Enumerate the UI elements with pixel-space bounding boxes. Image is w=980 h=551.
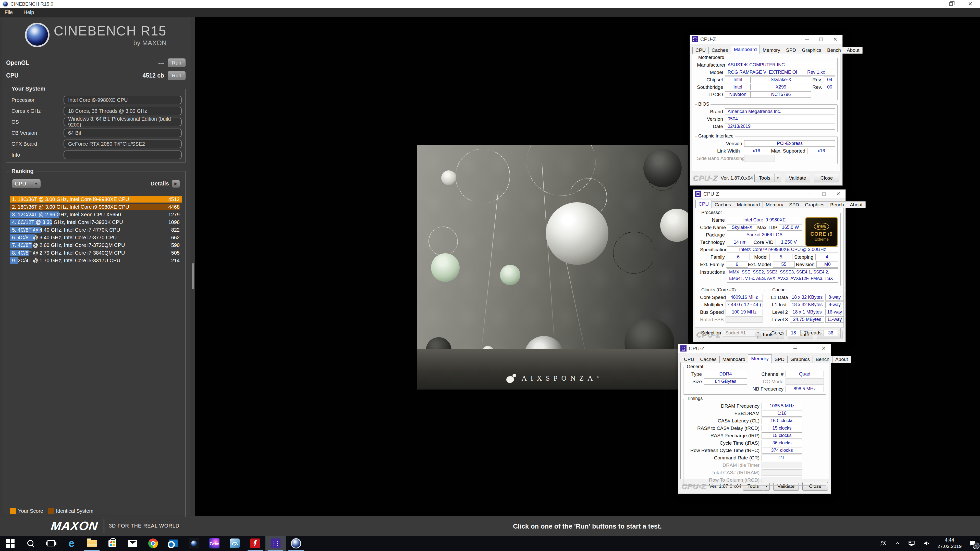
- close-window-button[interactable]: Close: [814, 174, 839, 183]
- validate-button[interactable]: Validate: [785, 174, 810, 183]
- opengl-run-button[interactable]: Run: [168, 59, 186, 67]
- tab-about[interactable]: About: [844, 47, 862, 54]
- ranking-scrollbar[interactable]: [192, 263, 194, 289]
- tab-caches[interactable]: Caches: [711, 201, 734, 208]
- tab-mainboard[interactable]: Mainboard: [719, 356, 749, 363]
- taskbar-clock[interactable]: 4:44 27.03.2019: [937, 537, 962, 549]
- ranking-row[interactable]: 2. 18C/36T @ 3.00 GHz, Intel Core i9-998…: [10, 204, 182, 210]
- tools-button[interactable]: Tools: [754, 174, 775, 183]
- tab-caches[interactable]: Caches: [697, 356, 719, 363]
- tab-graphics[interactable]: Graphics: [799, 47, 824, 54]
- southbridge-field: X299: [751, 84, 811, 90]
- cpuz-titlebar: CPU-Z ✕: [690, 35, 842, 44]
- ranking-row[interactable]: 1. 18C/36T @ 3.00 GHz, Intel Core i9-998…: [10, 196, 182, 203]
- tab-spd[interactable]: SPD: [772, 356, 788, 363]
- tab-graphics[interactable]: Graphics: [802, 201, 827, 208]
- tab-mainboard[interactable]: Mainboard: [734, 201, 763, 208]
- action-center-button[interactable]: 3: [969, 540, 977, 547]
- tab-cpu[interactable]: CPU: [692, 47, 709, 54]
- cas-latency-field: 15.0 clocks: [762, 418, 802, 424]
- close-button[interactable]: ✕: [961, 0, 980, 8]
- volume-muted-icon[interactable]: [923, 540, 930, 547]
- ranking-filter-dropdown[interactable]: CPU ▼: [12, 179, 41, 188]
- taskbar-cinebench[interactable]: [286, 536, 306, 551]
- minimize-button[interactable]: [800, 35, 814, 44]
- network-icon[interactable]: [908, 540, 915, 547]
- cpu-run-button[interactable]: Run: [168, 71, 186, 80]
- taskbar-store[interactable]: [102, 536, 123, 551]
- taskbar-search-button[interactable]: [21, 536, 41, 551]
- hidden-icons-chevron[interactable]: [894, 540, 900, 547]
- taskbar-hwinfo[interactable]: [245, 536, 266, 551]
- tab-about[interactable]: About: [832, 356, 851, 363]
- aixsponza-watermark: AIXSPONZA©: [506, 374, 599, 383]
- tab-bench[interactable]: Bench: [813, 356, 832, 363]
- system-row: Processor Intel Core i9-9980XE CPU: [10, 96, 182, 104]
- tools-dropdown-button[interactable]: ▼: [775, 174, 781, 183]
- ranking-row[interactable]: 3. 12C/24T @ 2.66 GHz, Intel Xeon CPU X5…: [10, 211, 182, 218]
- maximize-button[interactable]: [802, 344, 817, 353]
- tab-memory[interactable]: Memory: [762, 201, 786, 208]
- tab-cpu[interactable]: CPU: [695, 200, 712, 208]
- ranking-row[interactable]: 8. 4C/8T @ 2.79 GHz, Intel Core i7-3840Q…: [10, 250, 182, 256]
- cpuz-tabbar: CPU Caches Mainboard Memory SPD Graphics…: [695, 200, 843, 208]
- ranking-row[interactable]: 6. 4C/8T @ 3.40 GHz, Intel Core i7-3770 …: [10, 234, 182, 241]
- taskbar-outlook[interactable]: [163, 536, 184, 551]
- system-row: OS Windows 8, 64 Bit, Professional Editi…: [10, 118, 182, 126]
- tab-memory[interactable]: Memory: [748, 354, 772, 363]
- tab-bench[interactable]: Bench: [827, 201, 847, 208]
- restore-button[interactable]: [941, 0, 961, 8]
- close-button[interactable]: ✕: [831, 189, 845, 198]
- tab-spd[interactable]: SPD: [783, 47, 799, 54]
- stepping-field: 4: [815, 254, 838, 260]
- cinebench-sphere-icon: [291, 538, 301, 548]
- opengl-label: OpenGL: [6, 59, 29, 66]
- max-tdp-field: 165.0 W: [779, 224, 802, 230]
- outlook-icon: [169, 540, 178, 547]
- logo-title: CINEBENCH R15: [54, 23, 166, 38]
- tab-graphics[interactable]: Graphics: [788, 356, 813, 363]
- ranking-row[interactable]: 9. 2C/4T @ 1.70 GHz, Intel Core i5-3317U…: [10, 257, 182, 264]
- close-button[interactable]: ✕: [817, 344, 831, 353]
- core-speed-field: 4809.16 MHz: [725, 294, 763, 300]
- people-icon[interactable]: [880, 540, 887, 547]
- clock-date: 27.03.2019: [937, 543, 962, 550]
- taskbar-chrome[interactable]: [143, 536, 163, 551]
- details-button[interactable]: ▶: [172, 180, 180, 187]
- taskbar-cinema4d[interactable]: [184, 536, 204, 551]
- tab-about[interactable]: About: [847, 201, 865, 208]
- tab-bench[interactable]: Bench: [824, 47, 844, 54]
- glass-sphere: [546, 202, 608, 265]
- cpuz-titlebar: CPU-Z ✕: [693, 189, 845, 198]
- taskbar-ai-suite[interactable]: [224, 536, 245, 551]
- menu-file[interactable]: File: [5, 10, 13, 15]
- ranking-row[interactable]: 4. 6C/12T @ 3.30 GHz, Intel Core i7-3930…: [10, 219, 182, 225]
- task-view-button[interactable]: [41, 536, 61, 551]
- menu-help[interactable]: Help: [24, 10, 34, 15]
- taskbar-mail[interactable]: [123, 536, 143, 551]
- technology-field: 14 nm: [727, 239, 753, 245]
- tab-mainboard[interactable]: Mainboard: [731, 45, 760, 54]
- ranking-row[interactable]: 7. 4C/8T @ 2.60 GHz, Intel Core i7-3720Q…: [10, 242, 182, 248]
- chrome-icon: [148, 538, 158, 548]
- fsb-dram-field: 1:16: [762, 410, 802, 416]
- close-button[interactable]: ✕: [828, 35, 842, 44]
- socket-selection-dropdown[interactable]: Socket #1 ▼: [723, 330, 761, 337]
- tab-spd[interactable]: SPD: [786, 201, 802, 208]
- tab-cpu[interactable]: CPU: [681, 356, 697, 363]
- os-field: Windows 8, 64 Bit, Professional Edition …: [64, 118, 182, 126]
- general-group: General Type DDR4 Channel # Quad Size 64…: [683, 367, 826, 395]
- minimize-button[interactable]: [788, 344, 802, 353]
- taskbar-file-explorer[interactable]: [82, 536, 102, 551]
- taskbar-turbov[interactable]: Turbo: [204, 536, 224, 551]
- maximize-button[interactable]: [817, 189, 831, 198]
- start-button[interactable]: [0, 536, 21, 551]
- tab-memory[interactable]: Memory: [759, 47, 783, 54]
- minimize-button[interactable]: [803, 189, 817, 198]
- maximize-button[interactable]: [814, 35, 828, 44]
- taskbar-edge[interactable]: e: [61, 536, 82, 551]
- tab-caches[interactable]: Caches: [708, 47, 731, 54]
- minimize-button[interactable]: [922, 0, 941, 8]
- taskbar-cpuz[interactable]: [266, 536, 286, 551]
- ranking-row[interactable]: 5. 4C/8T @ 4.40 GHz, Intel Core i7-4770K…: [10, 227, 182, 233]
